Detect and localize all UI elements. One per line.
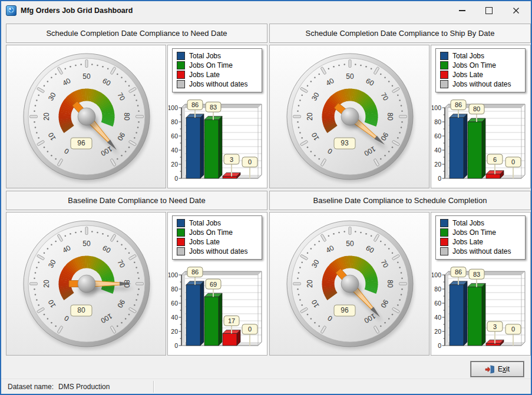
- dataset-label: Dataset name:: [8, 383, 54, 391]
- svg-text:40: 40: [171, 314, 178, 321]
- legend-label: Total Jobs: [452, 219, 484, 227]
- bar-value-label: 0: [511, 326, 515, 333]
- legend-label: Jobs without dates: [189, 247, 247, 255]
- svg-text:100: 100: [168, 104, 178, 111]
- minimize-button[interactable]: [448, 1, 475, 19]
- bar-1: [204, 116, 222, 178]
- close-button[interactable]: [503, 1, 530, 19]
- svg-text:80: 80: [123, 112, 131, 121]
- bar-value-label: 83: [210, 104, 217, 111]
- legend-label: Jobs without dates: [452, 247, 511, 255]
- bar-1: [468, 283, 485, 346]
- legend-item: Total Jobs: [177, 51, 259, 61]
- panel-top-right: Schedule Completion Date Compliance to S…: [269, 24, 531, 188]
- svg-text:20: 20: [434, 328, 441, 335]
- legend-label: Jobs On Time: [452, 61, 496, 69]
- svg-text:80: 80: [386, 112, 394, 121]
- bar-0: [450, 281, 467, 346]
- legend-label: Jobs Late: [452, 238, 483, 246]
- bar-value-label: 17: [228, 317, 235, 324]
- bar-value-label: 69: [210, 281, 217, 288]
- svg-text:20: 20: [306, 280, 314, 288]
- legend-swatch-icon: [177, 71, 185, 79]
- legend-label: Jobs On Time: [189, 228, 233, 237]
- bar-chart: 020406080100868060: [432, 95, 530, 187]
- legend-label: Total Jobs: [452, 52, 484, 60]
- bar-value-label: 3: [230, 156, 233, 163]
- bar-value-label: 6: [493, 156, 497, 163]
- chart-panel: Total JobsJobs On TimeJobs LateJobs with…: [167, 45, 267, 188]
- chart-panel: Total JobsJobs On TimeJobs LateJobs with…: [431, 45, 531, 188]
- legend-swatch-icon: [177, 228, 185, 237]
- legend-box: Total JobsJobs On TimeJobs LateJobs with…: [435, 48, 526, 92]
- panel-title: Baseline Date Compliance to Schedule Com…: [269, 191, 531, 210]
- legend-swatch-icon: [440, 238, 448, 246]
- legend-item: Jobs without dates: [177, 247, 259, 256]
- bar-value-label: 83: [473, 271, 480, 278]
- legend-item: Jobs without dates: [440, 247, 522, 256]
- close-icon: [513, 7, 520, 14]
- maximize-icon: [485, 7, 493, 14]
- legend-swatch-icon: [177, 238, 185, 246]
- gauge-panel: 010203040506070809010096: [269, 212, 429, 356]
- bar-value-label: 80: [473, 105, 480, 112]
- app-icon: [6, 5, 16, 16]
- legend-item: Total Jobs: [177, 218, 259, 228]
- svg-text:80: 80: [386, 280, 394, 288]
- gauge: 010203040506070809010096: [282, 216, 418, 351]
- panel-top-left: Schedule Completion Date Compliance to N…: [6, 24, 267, 188]
- legend-label: Jobs without dates: [189, 80, 247, 88]
- legend-swatch-icon: [440, 80, 448, 88]
- bar-chart-svg: 020406080100868330: [432, 262, 530, 354]
- window-controls: [448, 1, 530, 19]
- legend-swatch-icon: [177, 219, 185, 227]
- svg-text:60: 60: [171, 132, 178, 140]
- gauge: 010203040506070809010080: [19, 216, 154, 351]
- svg-text:20: 20: [42, 112, 51, 121]
- bar-0: [186, 114, 204, 178]
- statusbar-separator: [153, 381, 154, 393]
- panel-title: Schedule Completion Date Compliance to N…: [6, 24, 267, 43]
- legend-item: Jobs Late: [440, 237, 522, 247]
- legend-item: Jobs without dates: [440, 79, 522, 89]
- bar-value-label: 86: [191, 101, 199, 108]
- legend-item: Total Jobs: [440, 51, 522, 61]
- legend-item: Jobs Late: [440, 70, 522, 79]
- legend-label: Total Jobs: [189, 219, 221, 227]
- svg-text:20: 20: [434, 161, 441, 168]
- svg-text:80: 80: [171, 118, 178, 125]
- exit-icon: [485, 365, 495, 374]
- svg-text:20: 20: [171, 161, 178, 168]
- gauge-value-label: 93: [341, 139, 349, 147]
- legend-box: Total JobsJobs On TimeJobs LateJobs with…: [435, 215, 526, 260]
- chart-panel: Total JobsJobs On TimeJobs LateJobs with…: [431, 212, 531, 356]
- svg-text:60: 60: [171, 300, 178, 307]
- bar-chart: 0204060801008669170: [168, 262, 266, 354]
- svg-text:100: 100: [432, 271, 441, 278]
- gauge-svg: 010203040506070809010096: [19, 49, 154, 184]
- svg-text:40: 40: [171, 147, 178, 154]
- legend-swatch-icon: [177, 52, 185, 60]
- legend-label: Jobs On Time: [452, 228, 496, 237]
- legend-swatch-icon: [440, 71, 448, 79]
- gauge-value-label: 80: [77, 306, 85, 314]
- exit-label: Exit: [498, 365, 510, 373]
- bar-value-label: 3: [493, 323, 497, 330]
- svg-text:80: 80: [434, 118, 441, 125]
- gauge-panel: 010203040506070809010080: [6, 212, 166, 356]
- gauge: 010203040506070809010096: [19, 49, 154, 184]
- dataset-value: DMS Production: [58, 383, 110, 391]
- app-window: Mfg Orders Job Grid Dashboard Schedule C…: [0, 0, 532, 395]
- bar-1: [204, 293, 222, 346]
- gauge: 010203040506070809010093: [282, 49, 418, 184]
- legend-item: Jobs On Time: [177, 61, 259, 70]
- bar-chart-svg: 0204060801008669170: [168, 262, 266, 354]
- legend-box: Total JobsJobs On TimeJobs LateJobs with…: [172, 215, 262, 260]
- bar-0: [186, 281, 204, 346]
- exit-button[interactable]: Exit: [471, 361, 524, 377]
- bar-chart-svg: 020406080100868330: [168, 95, 266, 187]
- maximize-button[interactable]: [475, 1, 503, 19]
- legend-swatch-icon: [440, 247, 448, 255]
- svg-text:80: 80: [171, 286, 178, 293]
- svg-text:40: 40: [434, 314, 441, 321]
